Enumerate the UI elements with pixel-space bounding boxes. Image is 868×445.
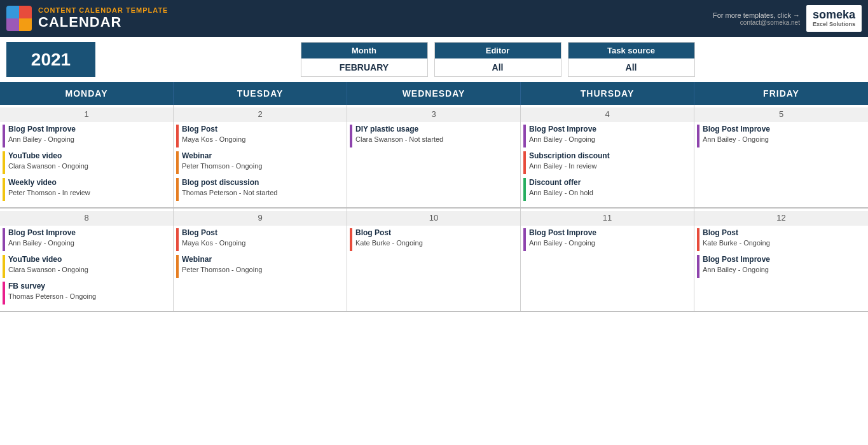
event-sub-12-0: Kate Burke - Ongoing xyxy=(703,238,865,247)
event-title-11-0: Blog Post Improve xyxy=(529,228,691,238)
week-row-0: 1Blog Post ImproveAnn Bailey - OngoingYo… xyxy=(0,105,868,209)
event-content-3-0: DIY plastic usageClara Swanson - Not sta… xyxy=(355,125,518,144)
filter-item-1[interactable]: Editor All xyxy=(434,42,561,77)
weeks-container: 1Blog Post ImproveAnn Bailey - OngoingYo… xyxy=(0,105,868,312)
event-bar-5-0 xyxy=(697,125,699,147)
filter-group: Month FEBRUARY Editor All Task source Al… xyxy=(134,42,862,77)
event-content-5-0: Blog Post ImproveAnn Bailey - Ongoing xyxy=(703,125,865,144)
event-bar-4-0 xyxy=(523,125,526,147)
event-title-9-0: Blog Post xyxy=(182,228,344,238)
event-bar-12-0 xyxy=(697,228,699,251)
event-bar-12-1 xyxy=(697,255,699,278)
day-header-wednesday: WEDNESDAY xyxy=(347,82,521,105)
filter-label-1: Editor xyxy=(435,43,561,58)
event-content-12-1: Blog Post ImproveAnn Bailey - Ongoing xyxy=(703,255,865,274)
day-headers: MONDAYTUESDAYWEDNESDAYTHURSDAYFRIDAY xyxy=(0,82,868,105)
week-row-1: 8Blog Post ImproveAnn Bailey - OngoingYo… xyxy=(0,209,868,312)
event-sub-2-1: Peter Thomson - Ongoing xyxy=(182,161,344,170)
event-bar-3-0 xyxy=(350,125,352,147)
filter-value-0: FEBRUARY xyxy=(301,58,427,76)
event-bar-9-1 xyxy=(176,255,179,278)
event-title-1-0: Blog Post Improve xyxy=(8,125,170,135)
event-sub-1-0: Ann Bailey - Ongoing xyxy=(8,135,170,144)
event-content-1-0: Blog Post ImproveAnn Bailey - Ongoing xyxy=(8,125,170,144)
event-title-8-2: FB survey xyxy=(8,282,170,292)
day-number-1: 1 xyxy=(0,107,173,122)
event-bar-8-0 xyxy=(3,228,5,251)
event-sub-4-2: Ann Bailey - On hold xyxy=(529,188,691,197)
event-content-4-0: Blog Post ImproveAnn Bailey - Ongoing xyxy=(529,125,691,144)
event-title-1-2: Weekly video xyxy=(8,178,170,188)
event-item-4-1: Subscription discountAnn Bailey - In rev… xyxy=(521,151,694,174)
event-item-9-1: WebinarPeter Thomson - Ongoing xyxy=(174,255,347,278)
event-bar-2-1 xyxy=(176,151,179,174)
event-bar-4-2 xyxy=(523,178,526,201)
event-sub-10-0: Kate Burke - Ongoing xyxy=(355,238,518,247)
event-item-5-0: Blog Post ImproveAnn Bailey - Ongoing xyxy=(694,125,868,147)
event-item-8-2: FB surveyThomas Peterson - Ongoing xyxy=(0,282,173,305)
event-sub-12-1: Ann Bailey - Ongoing xyxy=(703,265,865,274)
event-bar-9-0 xyxy=(176,228,179,251)
day-cell-4: 4Blog Post ImproveAnn Bailey - OngoingSu… xyxy=(521,105,694,207)
event-title-4-0: Blog Post Improve xyxy=(529,125,691,135)
event-bar-8-1 xyxy=(3,255,5,278)
day-header-friday: FRIDAY xyxy=(694,82,868,105)
calendar-container: MONDAYTUESDAYWEDNESDAYTHURSDAYFRIDAY 1Bl… xyxy=(0,82,868,312)
top-header: CONTENT CALENDAR TEMPLATE CALENDAR For m… xyxy=(0,0,868,37)
day-cell-10: 10Blog PostKate Burke - Ongoing xyxy=(347,209,521,311)
event-item-9-0: Blog PostMaya Kos - Ongoing xyxy=(174,228,347,251)
day-number-8: 8 xyxy=(0,211,173,226)
event-content-1-2: Weekly videoPeter Thomson - In review xyxy=(8,178,170,197)
event-bar-10-0 xyxy=(350,228,352,251)
controls-row: 2021 Month FEBRUARY Editor All Task sour… xyxy=(0,37,868,82)
event-item-8-0: Blog Post ImproveAnn Bailey - Ongoing xyxy=(0,228,173,251)
event-sub-11-0: Ann Bailey - Ongoing xyxy=(529,238,691,247)
day-number-12: 12 xyxy=(694,211,868,226)
event-sub-1-2: Peter Thomson - In review xyxy=(8,188,170,197)
year-display[interactable]: 2021 xyxy=(6,42,95,77)
filter-value-2: All xyxy=(568,58,694,76)
event-title-2-2: Blog post discussion xyxy=(182,178,344,188)
event-title-9-1: Webinar xyxy=(182,255,344,265)
event-content-9-1: WebinarPeter Thomson - Ongoing xyxy=(182,255,344,274)
event-sub-5-0: Ann Bailey - Ongoing xyxy=(703,135,865,144)
header-email: contact@someka.net xyxy=(713,19,800,26)
event-content-2-1: WebinarPeter Thomson - Ongoing xyxy=(182,151,344,170)
event-title-12-0: Blog Post xyxy=(703,228,865,238)
day-header-tuesday: TUESDAY xyxy=(174,82,347,105)
event-bar-1-2 xyxy=(3,178,5,201)
event-content-10-0: Blog PostKate Burke - Ongoing xyxy=(355,228,518,247)
event-sub-4-0: Ann Bailey - Ongoing xyxy=(529,135,691,144)
day-cell-2: 2Blog PostMaya Kos - OngoingWebinarPeter… xyxy=(174,105,347,207)
event-item-4-2: Discount offerAnn Bailey - On hold xyxy=(521,178,694,201)
event-bar-2-0 xyxy=(176,125,179,147)
filter-item-0[interactable]: Month FEBRUARY xyxy=(301,42,428,77)
event-content-12-0: Blog PostKate Burke - Ongoing xyxy=(703,228,865,247)
event-item-3-0: DIY plastic usageClara Swanson - Not sta… xyxy=(347,125,520,147)
filter-label-2: Task source xyxy=(568,43,694,58)
event-sub-3-0: Clara Swanson - Not started xyxy=(355,135,518,144)
app-title: CALENDAR xyxy=(38,14,168,31)
day-number-3: 3 xyxy=(347,107,520,122)
event-bar-1-0 xyxy=(3,125,5,147)
day-header-thursday: THURSDAY xyxy=(521,82,694,105)
app-subtitle: CONTENT CALENDAR TEMPLATE xyxy=(38,6,168,14)
event-item-12-1: Blog Post ImproveAnn Bailey - Ongoing xyxy=(694,255,868,278)
event-title-3-0: DIY plastic usage xyxy=(355,125,518,135)
header-right: For more templates, click → contact@some… xyxy=(713,5,862,32)
day-number-9: 9 xyxy=(174,211,347,226)
day-cell-11: 11Blog Post ImproveAnn Bailey - Ongoing xyxy=(521,209,694,311)
day-number-10: 10 xyxy=(347,211,520,226)
header-contact: For more templates, click → contact@some… xyxy=(713,11,800,26)
filter-item-2[interactable]: Task source All xyxy=(568,42,695,77)
logo-area: CONTENT CALENDAR TEMPLATE CALENDAR xyxy=(6,6,168,31)
day-cell-1: 1Blog Post ImproveAnn Bailey - OngoingYo… xyxy=(0,105,174,207)
event-sub-9-1: Peter Thomson - Ongoing xyxy=(182,265,344,274)
event-title-8-1: YouTube video xyxy=(8,255,170,265)
event-bar-11-0 xyxy=(523,228,526,251)
event-content-4-1: Subscription discountAnn Bailey - In rev… xyxy=(529,151,691,170)
day-cell-3: 3DIY plastic usageClara Swanson - Not st… xyxy=(347,105,521,207)
app-logo-icon xyxy=(6,6,32,31)
event-title-5-0: Blog Post Improve xyxy=(703,125,865,135)
event-item-1-0: Blog Post ImproveAnn Bailey - Ongoing xyxy=(0,125,173,147)
